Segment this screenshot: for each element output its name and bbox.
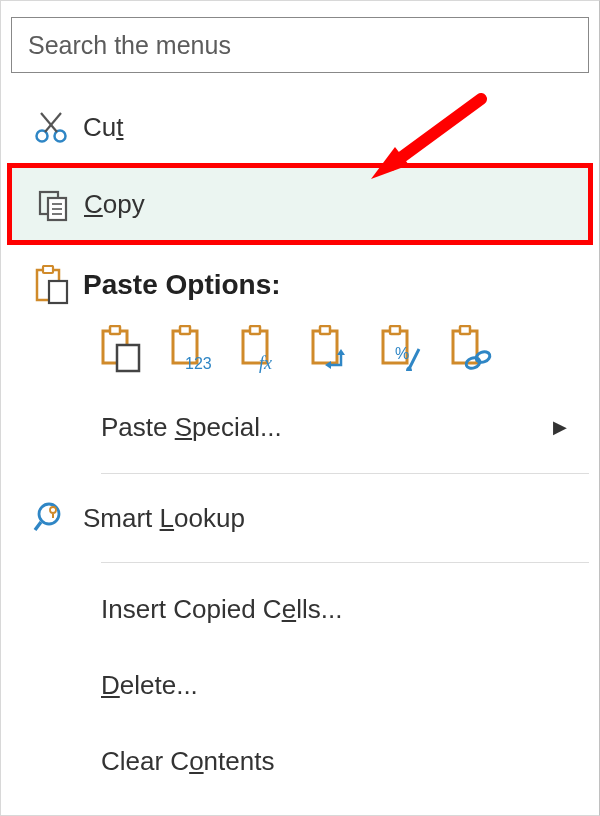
svg-rect-14 — [117, 345, 139, 371]
paste-special-menuitem[interactable]: Paste Special... ▶ — [11, 389, 589, 465]
smart-lookup-icon — [19, 500, 83, 536]
separator — [101, 562, 589, 563]
clipboard-icon — [19, 265, 83, 305]
smart-lookup-label: Smart Lookup — [83, 503, 589, 534]
paste-options-label: Paste Options: — [83, 269, 589, 301]
cut-label: Cut — [83, 112, 589, 143]
svg-point-32 — [39, 504, 59, 524]
paste-default-icon[interactable] — [99, 325, 143, 377]
paste-formatting-icon[interactable]: % — [379, 325, 423, 377]
svg-text:123: 123 — [185, 355, 212, 372]
paste-options-row: 123 fx % — [11, 313, 589, 389]
scissors-icon — [19, 109, 83, 145]
svg-point-34 — [50, 507, 56, 513]
delete-label: Delete... — [101, 670, 589, 701]
copy-label: Copy — [84, 189, 588, 220]
svg-text:fx: fx — [259, 353, 272, 373]
svg-rect-16 — [180, 326, 190, 334]
svg-rect-21 — [313, 331, 337, 363]
svg-line-2 — [45, 113, 61, 132]
svg-rect-19 — [250, 326, 260, 334]
paste-transpose-icon[interactable] — [309, 325, 353, 377]
svg-rect-26 — [390, 326, 400, 334]
svg-rect-11 — [49, 281, 67, 303]
paste-formulas-icon[interactable]: fx — [239, 325, 283, 377]
copy-icon — [20, 186, 84, 222]
copy-menuitem[interactable]: Copy — [7, 163, 593, 245]
paste-options-header: Paste Options: — [11, 245, 589, 313]
clear-contents-menuitem[interactable]: Clear Contents — [11, 723, 589, 799]
paste-special-label: Paste Special... — [101, 412, 589, 443]
svg-rect-10 — [43, 266, 53, 273]
paste-link-icon[interactable] — [449, 325, 493, 377]
cut-menuitem[interactable]: Cut — [11, 91, 589, 163]
svg-rect-13 — [110, 326, 120, 334]
svg-text:%: % — [395, 345, 409, 362]
paste-values-icon[interactable]: 123 — [169, 325, 213, 377]
clear-contents-label: Clear Contents — [101, 746, 589, 777]
svg-rect-22 — [320, 326, 330, 334]
context-menu: Search the menus Cut Copy — [0, 0, 600, 816]
separator — [101, 473, 589, 474]
svg-rect-29 — [460, 326, 470, 334]
insert-copied-cells-label: Insert Copied Cells... — [101, 594, 589, 625]
delete-menuitem[interactable]: Delete... — [11, 647, 589, 723]
svg-line-3 — [41, 113, 57, 132]
submenu-chevron-icon: ▶ — [553, 416, 567, 438]
smart-lookup-menuitem[interactable]: Smart Lookup — [11, 482, 589, 554]
svg-line-33 — [35, 522, 41, 530]
insert-copied-cells-menuitem[interactable]: Insert Copied Cells... — [11, 571, 589, 647]
search-menus-input[interactable]: Search the menus — [11, 17, 589, 73]
